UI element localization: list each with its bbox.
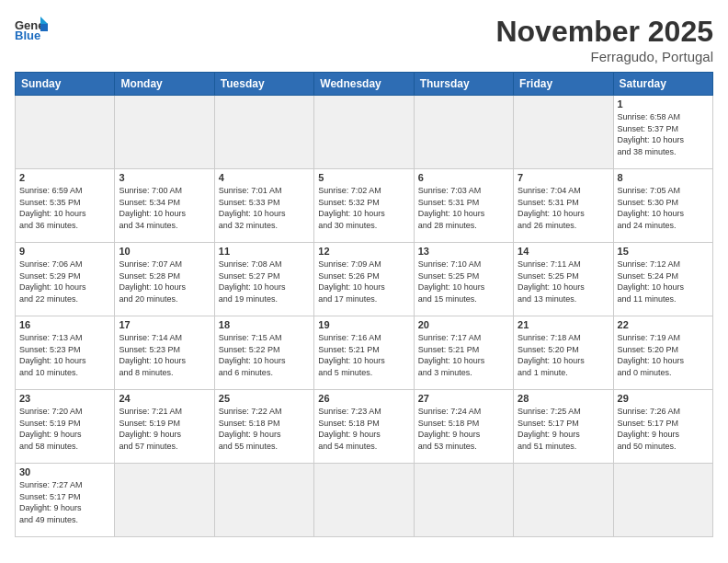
day-cell [16,96,115,169]
day-number: 20 [418,319,509,330]
day-number: 22 [618,319,709,330]
day-info: Sunrise: 7:00 AM Sunset: 5:34 PM Dayligh… [119,185,210,231]
day-cell: 14Sunrise: 7:11 AM Sunset: 5:25 PM Dayli… [514,243,613,316]
week-row-6: 30Sunrise: 7:27 AM Sunset: 5:17 PM Dayli… [16,464,713,537]
day-number: 28 [518,393,609,404]
day-cell: 1Sunrise: 6:58 AM Sunset: 5:37 PM Daylig… [613,96,712,169]
weekday-header-sunday: Sunday [16,73,115,96]
day-cell: 20Sunrise: 7:17 AM Sunset: 5:21 PM Dayli… [414,316,513,390]
calendar-table: SundayMondayTuesdayWednesdayThursdayFrid… [15,72,713,537]
day-number: 29 [618,393,709,404]
day-cell [214,96,313,169]
day-number: 2 [19,172,110,183]
day-number: 6 [418,172,509,183]
day-cell: 27Sunrise: 7:24 AM Sunset: 5:18 PM Dayli… [414,390,513,464]
day-info: Sunrise: 7:02 AM Sunset: 5:32 PM Dayligh… [318,185,409,231]
week-row-4: 16Sunrise: 7:13 AM Sunset: 5:23 PM Dayli… [16,316,713,390]
day-cell: 18Sunrise: 7:15 AM Sunset: 5:22 PM Dayli… [214,316,313,390]
day-info: Sunrise: 7:12 AM Sunset: 5:24 PM Dayligh… [618,259,709,304]
day-info: Sunrise: 7:04 AM Sunset: 5:31 PM Dayligh… [518,185,609,231]
day-number: 1 [618,98,709,109]
day-info: Sunrise: 7:19 AM Sunset: 5:20 PM Dayligh… [618,332,709,378]
weekday-header-row: SundayMondayTuesdayWednesdayThursdayFrid… [16,73,713,96]
day-cell: 17Sunrise: 7:14 AM Sunset: 5:23 PM Dayli… [115,316,214,390]
logo-svg: General Blue [15,15,48,40]
day-number: 26 [318,393,409,404]
day-cell: 2Sunrise: 6:59 AM Sunset: 5:35 PM Daylig… [16,169,115,243]
day-info: Sunrise: 7:16 AM Sunset: 5:21 PM Dayligh… [318,332,409,378]
day-number: 14 [518,246,609,257]
weekday-header-wednesday: Wednesday [314,73,414,96]
weekday-header-thursday: Thursday [414,73,513,96]
day-cell: 30Sunrise: 7:27 AM Sunset: 5:17 PM Dayli… [16,464,115,537]
day-number: 27 [418,393,509,404]
svg-text:Blue: Blue [15,29,40,40]
day-cell: 10Sunrise: 7:07 AM Sunset: 5:28 PM Dayli… [115,243,214,316]
day-cell [414,96,513,169]
day-cell: 21Sunrise: 7:18 AM Sunset: 5:20 PM Dayli… [514,316,613,390]
month-title: November 2025 [495,15,713,49]
day-number: 19 [318,319,409,330]
day-cell [314,464,414,537]
day-cell: 19Sunrise: 7:16 AM Sunset: 5:21 PM Dayli… [314,316,414,390]
day-cell [613,464,712,537]
day-info: Sunrise: 7:22 AM Sunset: 5:18 PM Dayligh… [219,406,310,452]
day-cell: 7Sunrise: 7:04 AM Sunset: 5:31 PM Daylig… [514,169,613,243]
day-info: Sunrise: 7:27 AM Sunset: 5:17 PM Dayligh… [19,479,110,525]
day-cell [115,96,214,169]
day-cell: 15Sunrise: 7:12 AM Sunset: 5:24 PM Dayli… [613,243,712,316]
day-info: Sunrise: 7:05 AM Sunset: 5:30 PM Dayligh… [618,185,709,231]
day-info: Sunrise: 7:01 AM Sunset: 5:33 PM Dayligh… [219,185,310,231]
day-info: Sunrise: 7:13 AM Sunset: 5:23 PM Dayligh… [19,332,110,378]
day-cell: 4Sunrise: 7:01 AM Sunset: 5:33 PM Daylig… [214,169,313,243]
day-info: Sunrise: 7:08 AM Sunset: 5:27 PM Dayligh… [219,259,310,304]
day-cell [514,464,613,537]
weekday-header-tuesday: Tuesday [214,73,313,96]
location: Ferragudo, Portugal [495,49,713,64]
svg-marker-3 [40,24,48,31]
day-info: Sunrise: 7:15 AM Sunset: 5:22 PM Dayligh… [219,332,310,378]
day-number: 21 [518,319,609,330]
day-number: 25 [219,393,310,404]
week-row-3: 9Sunrise: 7:06 AM Sunset: 5:29 PM Daylig… [16,243,713,316]
day-number: 30 [19,466,110,477]
day-number: 3 [119,172,210,183]
day-number: 13 [418,246,509,257]
day-info: Sunrise: 7:07 AM Sunset: 5:28 PM Dayligh… [119,259,210,304]
day-number: 8 [618,172,709,183]
day-info: Sunrise: 7:10 AM Sunset: 5:25 PM Dayligh… [418,259,509,304]
day-cell: 16Sunrise: 7:13 AM Sunset: 5:23 PM Dayli… [16,316,115,390]
day-number: 16 [19,319,110,330]
day-cell: 6Sunrise: 7:03 AM Sunset: 5:31 PM Daylig… [414,169,513,243]
day-cell: 26Sunrise: 7:23 AM Sunset: 5:18 PM Dayli… [314,390,414,464]
day-cell: 3Sunrise: 7:00 AM Sunset: 5:34 PM Daylig… [115,169,214,243]
day-info: Sunrise: 6:59 AM Sunset: 5:35 PM Dayligh… [19,185,110,231]
day-number: 9 [19,246,110,257]
day-cell: 23Sunrise: 7:20 AM Sunset: 5:19 PM Dayli… [16,390,115,464]
day-cell: 24Sunrise: 7:21 AM Sunset: 5:19 PM Dayli… [115,390,214,464]
day-info: Sunrise: 7:03 AM Sunset: 5:31 PM Dayligh… [418,185,509,231]
day-cell: 25Sunrise: 7:22 AM Sunset: 5:18 PM Dayli… [214,390,313,464]
day-info: Sunrise: 7:14 AM Sunset: 5:23 PM Dayligh… [119,332,210,378]
day-info: Sunrise: 7:20 AM Sunset: 5:19 PM Dayligh… [19,406,110,452]
day-info: Sunrise: 7:09 AM Sunset: 5:26 PM Dayligh… [318,259,409,304]
day-info: Sunrise: 7:25 AM Sunset: 5:17 PM Dayligh… [518,406,609,452]
day-info: Sunrise: 7:18 AM Sunset: 5:20 PM Dayligh… [518,332,609,378]
day-number: 24 [119,393,210,404]
day-cell [214,464,313,537]
day-cell [115,464,214,537]
day-cell: 11Sunrise: 7:08 AM Sunset: 5:27 PM Dayli… [214,243,313,316]
day-info: Sunrise: 7:17 AM Sunset: 5:21 PM Dayligh… [418,332,509,378]
day-cell: 9Sunrise: 7:06 AM Sunset: 5:29 PM Daylig… [16,243,115,316]
day-number: 12 [318,246,409,257]
day-number: 10 [119,246,210,257]
day-info: Sunrise: 7:23 AM Sunset: 5:18 PM Dayligh… [318,406,409,452]
day-cell: 12Sunrise: 7:09 AM Sunset: 5:26 PM Dayli… [314,243,414,316]
day-number: 7 [518,172,609,183]
day-number: 15 [618,246,709,257]
logo: General Blue [15,15,48,40]
day-cell: 29Sunrise: 7:26 AM Sunset: 5:17 PM Dayli… [613,390,712,464]
day-cell: 22Sunrise: 7:19 AM Sunset: 5:20 PM Dayli… [613,316,712,390]
day-info: Sunrise: 7:06 AM Sunset: 5:29 PM Dayligh… [19,259,110,304]
day-cell: 5Sunrise: 7:02 AM Sunset: 5:32 PM Daylig… [314,169,414,243]
